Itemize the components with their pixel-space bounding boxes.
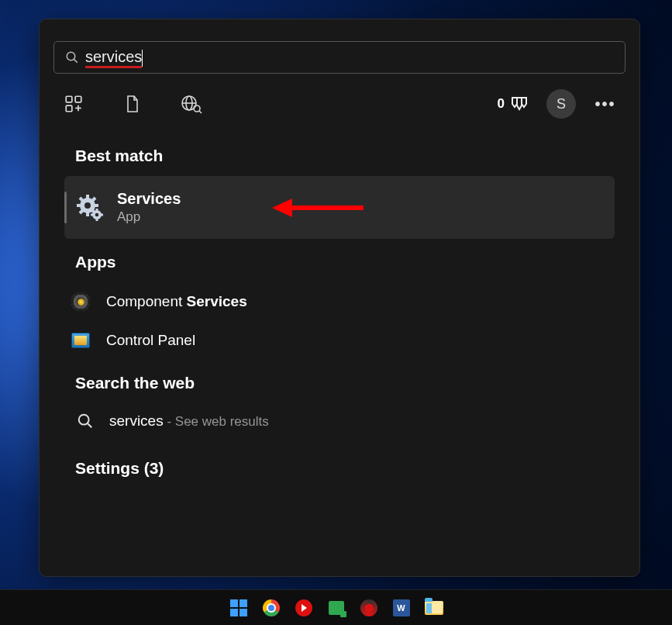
web-search-result[interactable]: services - See web results — [74, 403, 615, 439]
app-label-prefix: Component — [106, 293, 187, 309]
svg-rect-4 — [66, 105, 72, 112]
search-query-text: services — [85, 48, 142, 68]
taskbar-chat-icon[interactable] — [326, 597, 347, 619]
control-panel-icon — [71, 330, 91, 350]
app-result-component-services[interactable]: Component Services — [67, 282, 615, 321]
taskbar-chrome-icon[interactable] — [260, 597, 282, 619]
rewards-points[interactable]: 0 — [498, 95, 529, 113]
start-search-panel: services — [39, 19, 640, 577]
svg-point-10 — [194, 105, 200, 112]
best-match-title: Services — [117, 190, 181, 208]
search-icon — [77, 413, 94, 430]
web-tail: - See web results — [164, 414, 269, 429]
svg-point-24 — [79, 415, 89, 425]
documents-filter-icon[interactable] — [120, 92, 145, 116]
services-gear-icon — [77, 195, 103, 221]
search-input[interactable]: services — [85, 48, 143, 67]
svg-line-1 — [74, 60, 78, 63]
app-result-control-panel[interactable]: Control Panel — [67, 321, 615, 360]
filter-row: 0 S ••• — [53, 89, 625, 133]
app-label-bold: Services — [187, 293, 247, 309]
taskbar-opera-icon[interactable] — [358, 597, 380, 619]
search-box[interactable]: services — [53, 41, 625, 74]
web-heading: Search the web — [75, 374, 615, 392]
svg-line-11 — [199, 111, 202, 113]
web-filter-icon[interactable] — [179, 92, 204, 116]
more-options-button[interactable]: ••• — [593, 92, 618, 116]
svg-point-21 — [95, 212, 99, 216]
svg-point-17 — [84, 202, 91, 209]
best-match-result[interactable]: Services App — [64, 176, 615, 239]
svg-rect-3 — [75, 96, 81, 102]
svg-point-0 — [67, 52, 75, 60]
best-match-heading: Best match — [75, 147, 615, 165]
text-cursor — [142, 50, 143, 67]
svg-rect-2 — [66, 96, 72, 102]
settings-heading: Settings (3) — [75, 459, 615, 478]
svg-marker-23 — [272, 199, 292, 217]
annotation-arrow — [272, 192, 365, 223]
taskbar-explorer-icon[interactable] — [423, 597, 445, 619]
component-services-icon — [71, 292, 91, 312]
apps-heading: Apps — [75, 253, 615, 271]
taskbar-start-button[interactable] — [228, 597, 250, 619]
apps-filter-icon[interactable] — [61, 92, 86, 116]
svg-line-25 — [88, 423, 91, 427]
taskbar-media-icon[interactable] — [293, 597, 315, 619]
taskbar: W — [0, 589, 672, 625]
taskbar-word-icon[interactable]: W — [391, 597, 412, 619]
points-value: 0 — [498, 96, 505, 112]
search-icon — [65, 50, 79, 64]
rewards-icon — [509, 95, 529, 113]
web-query: services — [109, 413, 164, 429]
avatar-initial: S — [557, 96, 566, 112]
app-label: Control Panel — [106, 332, 195, 348]
user-avatar[interactable]: S — [546, 89, 576, 119]
best-match-subtitle: App — [117, 209, 181, 225]
